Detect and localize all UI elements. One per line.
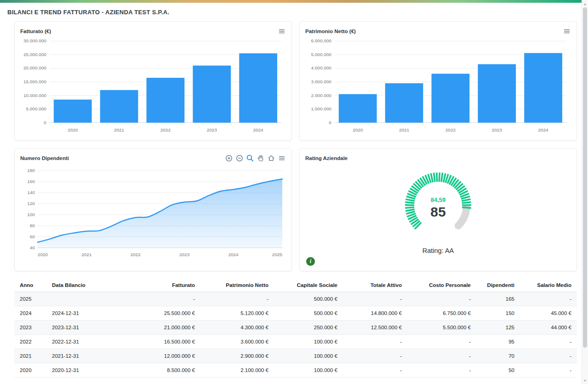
svg-text:2022: 2022	[445, 127, 456, 132]
svg-text:6.000.000: 6.000.000	[311, 38, 332, 43]
table-cell: 14.800.000 €	[343, 306, 407, 321]
table-cell: 2025	[14, 292, 46, 306]
table-cell: -	[343, 349, 407, 363]
svg-text:0: 0	[44, 120, 46, 125]
table-cell: 5.120.000 €	[200, 306, 274, 321]
zoom-out-icon[interactable]	[235, 154, 244, 163]
table-cell: 250.000 €	[274, 321, 343, 335]
table-cell: 2024-12-31	[46, 306, 125, 321]
svg-text:180: 180	[27, 168, 35, 173]
table-cell: 125	[476, 321, 520, 335]
table-row: 20222022-12-3116.500.000 €3.600.000 €100…	[14, 335, 577, 349]
scroll-up-icon[interactable]: ▲	[582, 0, 588, 7]
table-cell: 500.000 €	[274, 306, 343, 321]
table-cell: 2020	[14, 363, 46, 378]
patrimonio-card: Patrimonio Netto (€) 01.000.0002.000.000…	[299, 21, 577, 141]
scroll-down-icon[interactable]: ▼	[582, 377, 588, 384]
column-header: Fatturato	[125, 279, 200, 292]
table-cell: 100.000 €	[274, 363, 343, 378]
table-cell: 25.500.000 €	[125, 306, 200, 321]
column-header: Salario Medio	[520, 279, 577, 292]
info-icon[interactable]: i	[306, 257, 315, 266]
table-cell: 5.500.000 €	[407, 321, 476, 335]
column-header: Patrimonio Netto	[200, 279, 274, 292]
svg-text:2024: 2024	[228, 252, 239, 257]
table-cell: 95	[476, 335, 520, 349]
table-cell: 150	[476, 306, 520, 321]
menu-icon[interactable]	[277, 27, 286, 36]
pan-icon[interactable]	[256, 154, 265, 163]
fatturato-bar-chart: 05.000.00010.000.00015.000.00020.000.000…	[20, 36, 286, 138]
svg-text:5.000.000: 5.000.000	[26, 106, 47, 111]
charts-grid: Fatturato (€) 05.000.00010.000.00015.000…	[14, 21, 577, 271]
table-cell: -	[407, 349, 476, 363]
svg-text:2023: 2023	[179, 252, 190, 257]
svg-text:140: 140	[27, 190, 35, 195]
svg-text:100: 100	[27, 212, 35, 217]
rating-card: Rating Aziendale 84,5985 Rating: AA i	[299, 148, 577, 271]
menu-icon[interactable]	[562, 27, 571, 36]
patrimonio-chart-title: Patrimonio Netto (€)	[305, 29, 356, 34]
table-cell: 100.000 €	[274, 335, 343, 349]
svg-text:2021: 2021	[399, 127, 410, 132]
svg-text:5.000.000: 5.000.000	[311, 52, 332, 57]
svg-text:3.000.000: 3.000.000	[311, 79, 332, 84]
dipendenti-chart-title: Numero Dipendenti	[20, 155, 69, 161]
table-cell: 2021-12-31	[46, 349, 125, 363]
svg-text:2021: 2021	[114, 127, 125, 132]
rating-label: Rating: AA	[422, 247, 454, 254]
table-cell: 100.000 €	[274, 349, 343, 363]
svg-text:2020: 2020	[353, 127, 363, 132]
svg-text:2021: 2021	[81, 252, 92, 257]
table-cell: -	[520, 335, 577, 349]
table-cell: -	[520, 363, 577, 378]
home-icon[interactable]	[267, 154, 275, 163]
svg-text:2023: 2023	[207, 127, 217, 132]
table-cell: 3.600.000 €	[200, 335, 274, 349]
zoom-in-icon[interactable]	[224, 154, 233, 163]
scrollbar-thumb[interactable]	[583, 7, 587, 348]
svg-text:2022: 2022	[131, 252, 141, 257]
page-title: BILANCI E TREND FATTURATO - AZIENDA TEST…	[7, 9, 581, 16]
table-cell: 4.300.000 €	[200, 321, 274, 335]
rating-chart-title: Rating Aziendale	[305, 155, 348, 161]
fatturato-card: Fatturato (€) 05.000.00010.000.00015.000…	[14, 21, 292, 141]
table-cell: 2.900.000 €	[200, 349, 274, 363]
svg-text:4.000.000: 4.000.000	[311, 65, 332, 70]
table-cell: -	[125, 292, 200, 306]
menu-icon[interactable]	[277, 154, 286, 163]
patrimonio-bar-chart: 01.000.0002.000.0003.000.0004.000.0005.0…	[305, 36, 571, 138]
svg-text:2024: 2024	[253, 127, 264, 132]
table-cell: -	[407, 292, 476, 306]
table-cell: 2023	[14, 321, 46, 335]
table-cell: -	[520, 292, 577, 306]
table-cell: 50	[476, 363, 520, 378]
table-cell: 6.750.000 €	[407, 306, 476, 321]
svg-text:25.000.000: 25.000.000	[23, 52, 46, 57]
svg-text:2022: 2022	[160, 127, 171, 132]
dipendenti-card-header: Numero Dipendenti	[20, 153, 286, 163]
svg-text:30.000.000: 30.000.000	[23, 38, 46, 43]
table-cell: -	[343, 335, 407, 349]
svg-text:2024: 2024	[538, 127, 549, 132]
svg-text:160: 160	[27, 179, 35, 184]
column-header: Costo Personale	[407, 279, 476, 292]
dashboard-content: Fatturato (€) 05.000.00010.000.00015.000…	[0, 21, 588, 378]
fatturato-card-header: Fatturato (€)	[20, 26, 286, 36]
svg-text:85: 85	[430, 204, 445, 219]
table-row: 20212021-12-3112.000.000 €2.900.000 €100…	[14, 349, 577, 363]
svg-text:15.000.000: 15.000.000	[23, 79, 46, 84]
fatturato-chart-title: Fatturato (€)	[20, 29, 51, 34]
table-cell: 70	[476, 349, 520, 363]
dipendenti-area-chart[interactable]: 4060801001201401601802020202120222023202…	[20, 163, 286, 259]
table-cell: -	[343, 363, 407, 378]
table-cell: 2.100.000 €	[200, 363, 274, 378]
svg-text:2023: 2023	[492, 127, 502, 132]
table-head: AnnoData BilancioFatturatoPatrimonio Net…	[14, 279, 577, 292]
selection-zoom-icon[interactable]	[245, 154, 254, 163]
info-glyph: i	[310, 258, 311, 265]
svg-text:0: 0	[329, 120, 331, 125]
table-cell: 2021	[14, 349, 46, 363]
column-header: Capitale Sociale	[274, 279, 343, 292]
vertical-scrollbar[interactable]: ▲ ▼	[582, 0, 588, 384]
